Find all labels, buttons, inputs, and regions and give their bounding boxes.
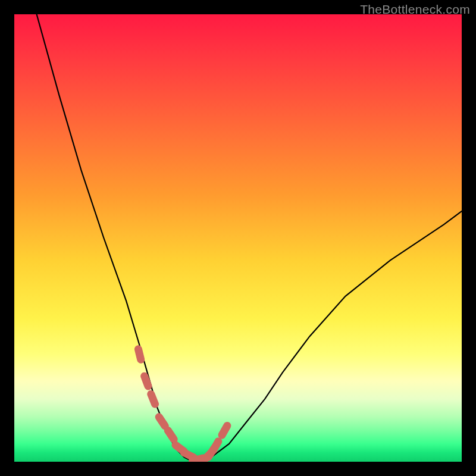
gradient-plot-area (14, 14, 462, 462)
watermark-text: TheBottleneck.com (360, 2, 470, 17)
